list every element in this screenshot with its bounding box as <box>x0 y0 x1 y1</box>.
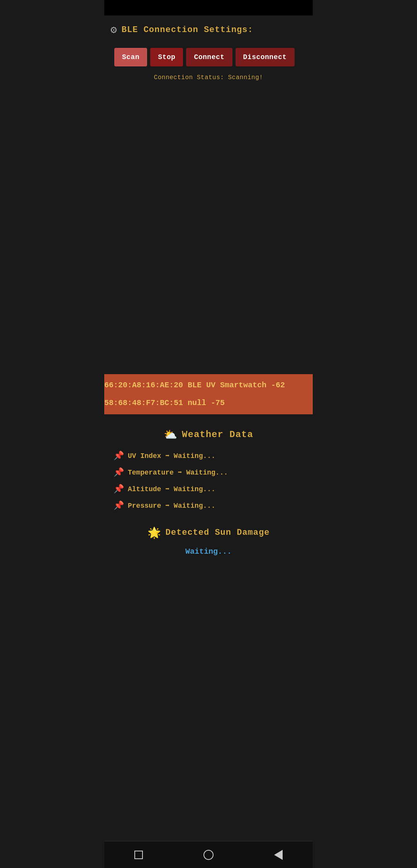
gear-icon: ⚙ <box>110 23 117 36</box>
connection-status: Connection Status: Scanning! <box>110 74 307 81</box>
stop-button[interactable]: Stop <box>150 48 183 66</box>
pressure-label: Pressure ➡ Waiting... <box>128 501 215 510</box>
sun-damage-title-row: 🌟 Detected Sun Damage <box>110 526 307 539</box>
page-title: BLE Connection Settings: <box>122 25 253 35</box>
scan-button[interactable]: Scan <box>114 48 147 66</box>
sun-damage-title: Detected Sun Damage <box>166 528 270 537</box>
button-row: Scan Stop Connect Disconnect <box>110 48 307 66</box>
pin-icon-3: 📌 <box>114 484 124 494</box>
connect-button[interactable]: Connect <box>186 48 232 66</box>
pin-icon-2: 📌 <box>114 467 124 478</box>
lower-content: ⛅ Weather Data 📌 UV Index ➡ Waiting... 📌… <box>104 422 313 841</box>
list-item: 📌 UV Index ➡ Waiting... <box>114 451 303 461</box>
status-bar <box>104 0 313 15</box>
nav-home-button[interactable] <box>203 850 214 860</box>
list-item: 📌 Pressure ➡ Waiting... <box>114 500 303 511</box>
nav-back-button[interactable] <box>274 850 283 860</box>
list-item: 📌 Temperature ➡ Waiting... <box>114 467 303 478</box>
weather-items: 📌 UV Index ➡ Waiting... 📌 Temperature ➡ … <box>110 451 307 511</box>
square-icon <box>134 851 143 859</box>
weather-title-row: ⛅ Weather Data <box>110 428 307 441</box>
list-item[interactable]: 58:68:48:F7:BC:51 null -75 <box>104 398 313 408</box>
header: ⚙ BLE Connection Settings: <box>110 23 307 36</box>
weather-title: Weather Data <box>182 429 253 440</box>
weather-icon: ⛅ <box>164 428 177 441</box>
sun-icon: 🌟 <box>147 526 161 539</box>
list-item[interactable]: 66:20:A8:16:AE:20 BLE UV Smartwatch -62 <box>104 380 313 390</box>
nav-square-button[interactable] <box>134 851 143 859</box>
main-content: ⚙ BLE Connection Settings: Scan Stop Con… <box>104 15 313 374</box>
pin-icon-4: 📌 <box>114 500 124 511</box>
uv-index-label: UV Index ➡ Waiting... <box>128 451 215 460</box>
temperature-label: Temperature ➡ Waiting... <box>128 468 228 476</box>
sun-damage-section: 🌟 Detected Sun Damage Waiting... <box>110 517 307 562</box>
sun-damage-status: Waiting... <box>110 547 307 556</box>
circle-icon <box>203 850 214 860</box>
triangle-icon <box>274 850 283 860</box>
disconnect-button[interactable]: Disconnect <box>236 48 295 66</box>
weather-section: ⛅ Weather Data 📌 UV Index ➡ Waiting... 📌… <box>110 422 307 517</box>
device-list: 66:20:A8:16:AE:20 BLE UV Smartwatch -62 … <box>104 374 313 414</box>
nav-bar <box>104 841 313 868</box>
altitude-label: Altitude ➡ Waiting... <box>128 485 215 493</box>
pin-icon-1: 📌 <box>114 451 124 461</box>
list-item: 📌 Altitude ➡ Waiting... <box>114 484 303 494</box>
